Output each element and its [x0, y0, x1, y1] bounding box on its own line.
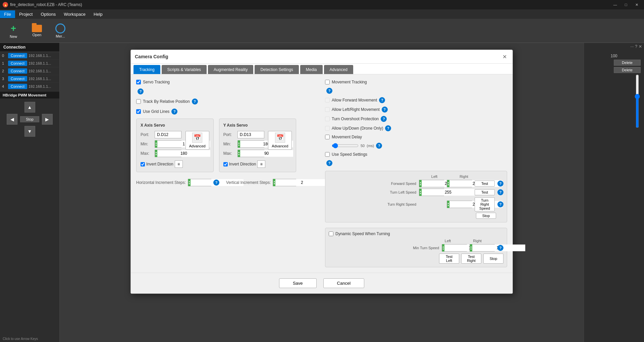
menu-project[interactable]: Project	[15, 10, 37, 18]
move-right-button[interactable]: ▶	[42, 114, 53, 125]
test-right-button[interactable]: Test Right	[461, 254, 481, 264]
dynamic-speed-checkbox[interactable]	[329, 231, 333, 236]
x-max-up[interactable]: ▲	[155, 151, 157, 153]
x-min-arrows[interactable]: ▲ ▼	[155, 140, 157, 148]
x-min-up[interactable]: ▲	[155, 142, 157, 144]
turn-right-help-icon[interactable]: ?	[497, 201, 503, 207]
tab-scripts[interactable]: Scripts & Variables	[162, 65, 207, 74]
delete-button-2[interactable]: Delete	[614, 67, 641, 73]
right-panel-close[interactable]: ✕	[639, 44, 642, 49]
y-min-up[interactable]: ▲	[238, 142, 240, 144]
turn-left-arrows[interactable]: ▲ ▼	[419, 189, 422, 196]
tab-tracking[interactable]: Tracking	[133, 65, 160, 74]
connect-btn-1[interactable]: Connect	[8, 61, 27, 66]
test-left-button[interactable]: Test Left	[439, 254, 459, 264]
turn-left-input[interactable]	[422, 189, 475, 196]
y-max-arrows[interactable]: ▲ ▼	[238, 150, 240, 157]
horiz-steps-arrows[interactable]: ▲ ▼	[188, 179, 191, 186]
move-left-button[interactable]: ◀	[7, 114, 17, 125]
minimize-button[interactable]: —	[610, 1, 620, 8]
servo-tracking-checkbox[interactable]	[136, 80, 141, 84]
x-min-down[interactable]: ▼	[155, 144, 157, 146]
dynamic-stop-button[interactable]: Stop	[483, 254, 503, 264]
y-max-down[interactable]: ▼	[238, 153, 240, 156]
menu-file[interactable]: File	[0, 10, 15, 18]
movement-delay-checkbox[interactable]	[325, 135, 330, 139]
x-menu-btn[interactable]: ≡	[175, 160, 183, 168]
use-grid-help-icon[interactable]: ?	[171, 109, 177, 115]
vert-steps-arrows[interactable]: ▲ ▼	[273, 179, 275, 186]
vertical-slider[interactable]	[634, 74, 641, 128]
allow-forward-checkbox[interactable]	[325, 98, 330, 102]
use-speed-checkbox[interactable]	[325, 152, 330, 157]
x-max-arrows[interactable]: ▲ ▼	[155, 150, 157, 157]
turn-left-help-icon[interactable]: ?	[497, 189, 503, 195]
tab-advanced[interactable]: Advanced	[324, 65, 353, 74]
menu-workspace[interactable]: Workspace	[60, 10, 90, 18]
forward-help-icon[interactable]: ?	[497, 181, 503, 187]
track-relative-checkbox[interactable]	[136, 99, 141, 104]
vert-steps-down[interactable]: ▼	[273, 183, 275, 185]
x-advanced-button[interactable]: 📅 Advanced	[185, 131, 209, 150]
allow-forward-help-icon[interactable]: ?	[379, 97, 385, 103]
turn-right-test-button[interactable]: Turn Right Speed	[475, 197, 495, 211]
dialog-close-button[interactable]: ✕	[500, 53, 508, 61]
move-down-button[interactable]: ▼	[24, 126, 35, 137]
menu-options[interactable]: Options	[37, 10, 60, 18]
turn-right-arrows[interactable]: ▲ ▼	[447, 201, 449, 208]
merge-button[interactable]: Mer...	[50, 21, 70, 41]
allow-updown-help-icon[interactable]: ?	[385, 125, 391, 131]
cancel-button[interactable]: Cancel	[323, 278, 364, 288]
movement-tracking-checkbox[interactable]	[325, 80, 330, 84]
delay-slider[interactable]	[332, 143, 359, 148]
save-button[interactable]: Save	[279, 278, 317, 288]
allow-leftright-help-icon[interactable]: ?	[382, 107, 388, 113]
close-button[interactable]: ✕	[632, 1, 641, 8]
use-grid-checkbox[interactable]	[136, 109, 141, 114]
turn-overshoot-checkbox[interactable]	[325, 117, 330, 121]
forward-test-button[interactable]: Test	[475, 181, 495, 187]
turn-left-test-button[interactable]: Test	[475, 189, 495, 195]
x-max-down[interactable]: ▼	[155, 153, 157, 156]
delete-button-1[interactable]: Delete	[614, 60, 641, 66]
connect-btn-2[interactable]: Connect	[8, 68, 27, 74]
y-invert-checkbox[interactable]	[223, 162, 228, 166]
y-max-input[interactable]	[240, 150, 293, 157]
min-turn-right-arrows[interactable]: ▲ ▼	[470, 244, 472, 252]
turn-overshoot-help-icon[interactable]: ?	[381, 116, 387, 122]
maximize-button[interactable]: □	[621, 1, 631, 8]
y-min-arrows[interactable]: ▲ ▼	[238, 140, 240, 148]
horiz-steps-help-icon[interactable]: ?	[213, 180, 219, 186]
delay-help-icon[interactable]: ?	[376, 143, 382, 149]
vert-steps-input[interactable]	[275, 179, 328, 186]
tab-detection[interactable]: Detection Settings	[255, 65, 299, 74]
x-invert-checkbox[interactable]	[141, 162, 145, 166]
move-up-button[interactable]: ▲	[24, 102, 35, 113]
horiz-steps-up[interactable]: ▲	[188, 180, 191, 183]
x-port-input[interactable]	[155, 131, 181, 138]
use-speed-help-icon[interactable]: ?	[326, 160, 332, 166]
stop-button-main[interactable]: Stop	[20, 116, 39, 122]
y-min-down[interactable]: ▼	[238, 144, 240, 146]
new-button[interactable]: + New	[3, 21, 23, 41]
tab-media[interactable]: Media	[300, 65, 323, 74]
min-turn-help-icon[interactable]: ?	[497, 245, 503, 251]
y-menu-btn[interactable]: ≡	[257, 160, 265, 168]
connect-btn-0[interactable]: Connect	[8, 53, 27, 58]
horiz-steps-down[interactable]: ▼	[188, 183, 191, 185]
speed-stop-button[interactable]: Stop	[476, 213, 496, 219]
vert-steps-up[interactable]: ▲	[273, 180, 275, 183]
y-advanced-button[interactable]: 📅 Advanced	[268, 131, 292, 150]
allow-leftright-checkbox[interactable]	[325, 107, 330, 112]
track-relative-help-icon[interactable]: ?	[192, 98, 198, 105]
menu-help[interactable]: Help	[90, 10, 107, 18]
movement-tracking-help-icon[interactable]: ?	[326, 88, 332, 94]
forward-right-arrows[interactable]: ▲ ▼	[447, 180, 449, 187]
right-panel-question[interactable]: ?	[635, 44, 637, 49]
connect-btn-3[interactable]: Connect	[8, 76, 27, 81]
forward-left-arrows[interactable]: ▲ ▼	[419, 180, 422, 187]
servo-tracking-help-icon[interactable]: ?	[138, 88, 144, 94]
tab-ar[interactable]: Augmented Reality	[208, 65, 253, 74]
connect-btn-4[interactable]: Connect	[8, 84, 27, 89]
open-button[interactable]: Open	[27, 21, 47, 41]
